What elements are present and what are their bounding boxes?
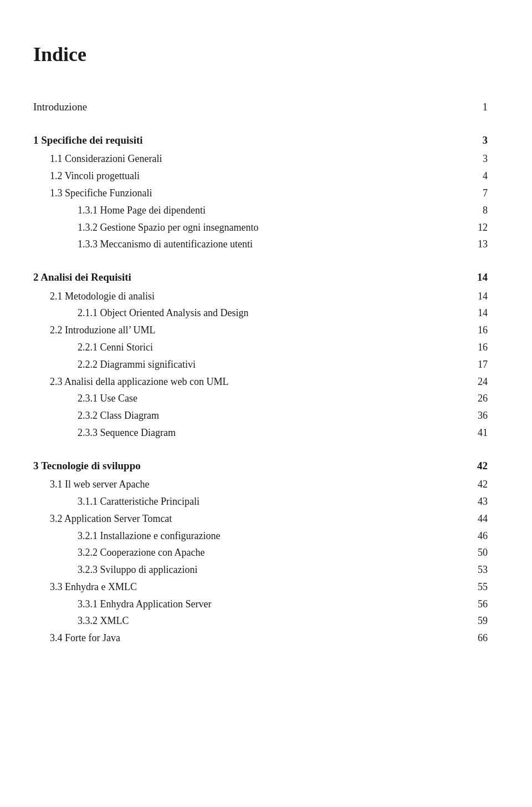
toc-entry-label: 2 Analisi dei Requisiti <box>33 269 466 286</box>
toc-entry-page: 16 <box>466 339 488 356</box>
toc-entry-page: 46 <box>466 528 488 544</box>
toc-entry-page: 66 <box>466 630 488 646</box>
toc-entry-label: 2.1.1 Object Oriented Analysis and Desig… <box>78 305 466 321</box>
toc-entry: 3.3 Enhydra e XMLC55 <box>50 579 488 595</box>
toc-entry: 2.2 Introduzione all’ UML16 <box>50 322 488 338</box>
toc-entry-label: 3.2 Application Server Tomcat <box>50 511 466 527</box>
toc-entry: 1.3.3 Meccanismo di autentificazione ute… <box>78 236 488 252</box>
toc-entry-label: 2.3.1 Use Case <box>78 390 466 407</box>
toc-entry-label: 2.2.1 Cenni Storici <box>78 339 466 356</box>
toc-entry-label: 1.3.3 Meccanismo di autentificazione ute… <box>78 236 466 252</box>
toc-entry: 3 Tecnologie di sviluppo42 <box>33 458 488 474</box>
toc-entry-page: 42 <box>466 458 488 474</box>
toc-entry-label: 3.1.1 Caratteristiche Principali <box>78 494 466 510</box>
toc-entry: 2.3.1 Use Case26 <box>78 390 488 407</box>
toc-entry-page: 26 <box>466 390 488 407</box>
toc-entry-page: 42 <box>466 476 488 493</box>
toc-entry-label: 3.3 Enhydra e XMLC <box>50 579 466 595</box>
toc-entry: 3.2.3 Sviluppo di applicazioni53 <box>78 562 488 578</box>
toc-entry-label: 3.2.2 Cooperazione con Apache <box>78 545 466 561</box>
toc-entry-label: 2.2 Introduzione all’ UML <box>50 322 466 338</box>
toc-entry-page: 8 <box>466 202 488 219</box>
toc-entry-label: 3.4 Forte for Java <box>50 630 466 646</box>
toc-entry-label: 3.1 Il web server Apache <box>50 476 466 493</box>
toc-entry-page: 55 <box>466 579 488 595</box>
toc-entry: 1.3.1 Home Page dei dipendenti8 <box>78 202 488 219</box>
toc-entry-page: 14 <box>466 269 488 286</box>
toc-entry: 1.1 Considerazioni Generali3 <box>50 151 488 167</box>
toc-entry-page: 14 <box>466 305 488 321</box>
toc-entry-page: 43 <box>466 494 488 510</box>
toc-entry-page: 13 <box>466 236 488 252</box>
toc-container: Introduzione11 Specifiche dei requisiti3… <box>33 99 488 646</box>
toc-entry-page: 59 <box>466 613 488 629</box>
toc-entry: 2.2.2 Diagrammi significativi17 <box>78 357 488 373</box>
toc-entry-label: 3 Tecnologie di sviluppo <box>33 458 466 474</box>
toc-entry: 2.1.1 Object Oriented Analysis and Desig… <box>78 305 488 321</box>
toc-entry-page: 44 <box>466 511 488 527</box>
toc-entry: 3.2.2 Cooperazione con Apache50 <box>78 545 488 561</box>
toc-entry-page: 16 <box>466 322 488 338</box>
toc-entry: 1.3.2 Gestione Spazio per ogni insegname… <box>78 220 488 236</box>
toc-entry: 2.2.1 Cenni Storici16 <box>78 339 488 356</box>
toc-entry: 3.3.1 Enhydra Application Server56 <box>78 596 488 612</box>
toc-entry-label: 2.1 Metodologie di analisi <box>50 288 466 304</box>
toc-entry-label: 1.3.2 Gestione Spazio per ogni insegname… <box>78 220 466 236</box>
toc-entry-page: 50 <box>466 545 488 561</box>
toc-entry-page: 14 <box>466 288 488 304</box>
toc-entry-label: 3.2.1 Installazione e configurazione <box>78 528 466 544</box>
toc-entry: 2.3.3 Sequence Diagram41 <box>78 425 488 441</box>
toc-entry-label: 1.3 Specifiche Funzionali <box>50 185 466 201</box>
toc-entry-label: 1.3.1 Home Page dei dipendenti <box>78 202 466 219</box>
toc-entry-page: 1 <box>466 99 488 115</box>
toc-entry-label: 2.3 Analisi della applicazione web con U… <box>50 374 466 390</box>
toc-entry-label: 1.1 Considerazioni Generali <box>50 151 466 167</box>
toc-entry-page: 56 <box>466 596 488 612</box>
toc-entry: 3.1.1 Caratteristiche Principali43 <box>78 494 488 510</box>
toc-entry: 2.3.2 Class Diagram36 <box>78 408 488 424</box>
toc-entry: 3.2.1 Installazione e configurazione46 <box>78 528 488 544</box>
toc-entry-label: 2.3.2 Class Diagram <box>78 408 466 424</box>
toc-entry: 3.2 Application Server Tomcat44 <box>50 511 488 527</box>
toc-entry: 1.2 Vincoli progettuali4 <box>50 168 488 184</box>
toc-entry: 2.3 Analisi della applicazione web con U… <box>50 374 488 390</box>
toc-entry-page: 36 <box>466 408 488 424</box>
toc-entry-label: 1 Specifiche dei requisiti <box>33 132 466 149</box>
toc-entry-page: 17 <box>466 357 488 373</box>
toc-entry: 3.1 Il web server Apache42 <box>50 476 488 493</box>
toc-entry: 1.3 Specifiche Funzionali7 <box>50 185 488 201</box>
toc-entry-label: 3.2.3 Sviluppo di applicazioni <box>78 562 466 578</box>
toc-entry: 2 Analisi dei Requisiti14 <box>33 269 488 286</box>
toc-entry-page: 4 <box>466 168 488 184</box>
toc-entry-page: 3 <box>466 132 488 149</box>
toc-entry: Introduzione1 <box>33 99 488 115</box>
toc-entry-label: 3.3.1 Enhydra Application Server <box>78 596 466 612</box>
toc-entry-label: 3.3.2 XMLC <box>78 613 466 629</box>
toc-entry: 1 Specifiche dei requisiti3 <box>33 132 488 149</box>
toc-entry-page: 53 <box>466 562 488 578</box>
toc-entry-label: Introduzione <box>33 99 466 115</box>
toc-entry-page: 3 <box>466 151 488 167</box>
toc-entry-label: 2.3.3 Sequence Diagram <box>78 425 466 441</box>
toc-entry-page: 7 <box>466 185 488 201</box>
toc-entry: 3.4 Forte for Java66 <box>50 630 488 646</box>
toc-entry-label: 2.2.2 Diagrammi significativi <box>78 357 466 373</box>
toc-entry-page: 24 <box>466 374 488 390</box>
toc-entry-page: 41 <box>466 425 488 441</box>
page-title: Indice <box>33 39 488 71</box>
toc-entry-label: 1.2 Vincoli progettuali <box>50 168 466 184</box>
toc-entry: 2.1 Metodologie di analisi14 <box>50 288 488 304</box>
toc-entry-page: 12 <box>466 220 488 236</box>
toc-entry: 3.3.2 XMLC59 <box>78 613 488 629</box>
